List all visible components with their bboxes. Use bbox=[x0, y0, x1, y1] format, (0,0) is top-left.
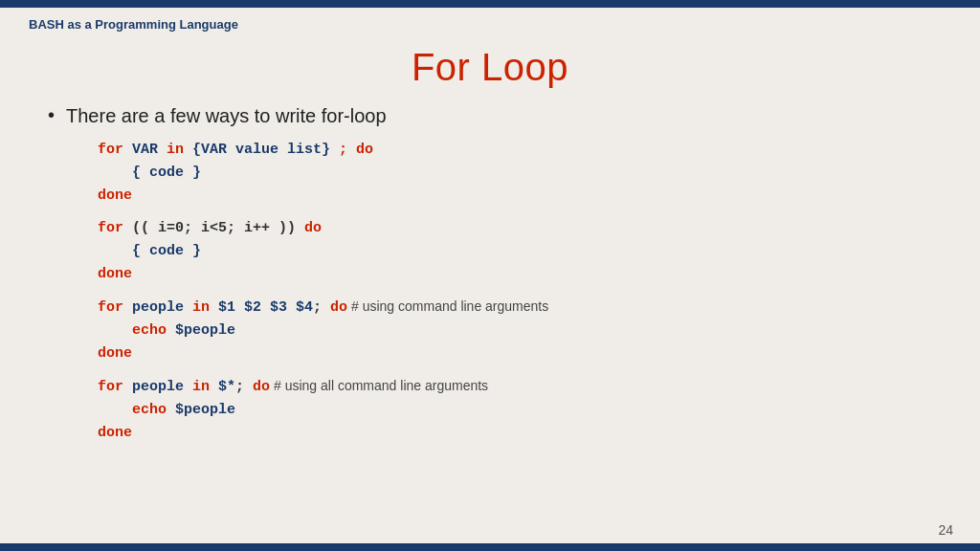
page-number: 24 bbox=[938, 522, 953, 538]
code-text: ; bbox=[313, 299, 330, 316]
code-block-4: for people in $*; do # using all command… bbox=[98, 375, 932, 445]
keyword: in bbox=[192, 299, 218, 316]
code-line: { code } bbox=[98, 162, 932, 185]
code-line: for people in $1 $2 $3 $4; do # using co… bbox=[98, 296, 932, 320]
code-line: echo $people bbox=[98, 320, 932, 342]
slide-title: For Loop bbox=[0, 46, 980, 89]
code-line: for people in $*; do # using all command… bbox=[98, 375, 932, 399]
keyword: for bbox=[98, 379, 132, 395]
keyword: done bbox=[98, 187, 132, 204]
keyword: done bbox=[98, 266, 132, 282]
keyword: for bbox=[98, 142, 132, 158]
code-line: for (( i=0; i<5; i++ )) do bbox=[98, 217, 932, 240]
code-text: ; bbox=[235, 379, 253, 395]
bullet-symbol: • bbox=[48, 104, 55, 126]
code-line: echo $people bbox=[98, 399, 932, 422]
variable: people bbox=[132, 299, 192, 316]
code-text: (( i=0; i<5; i++ )) bbox=[132, 220, 304, 236]
variable: { code } bbox=[98, 243, 201, 259]
keyword: echo bbox=[98, 402, 175, 418]
code-section-1: for VAR in {VAR value list} ; do { code … bbox=[48, 139, 932, 208]
keyword: done bbox=[98, 425, 132, 441]
code-block-2: for (( i=0; i<5; i++ )) do { code } done bbox=[98, 217, 932, 286]
code-section-3: for people in $1 $2 $3 $4; do # using co… bbox=[48, 296, 932, 365]
keyword: for bbox=[98, 299, 132, 316]
variable: $people bbox=[175, 322, 235, 339]
top-bar bbox=[0, 0, 980, 8]
code-line: { code } bbox=[98, 240, 932, 263]
keyword: ; do bbox=[339, 142, 373, 158]
variable: $1 $2 $3 $4 bbox=[218, 299, 313, 316]
code-line: done bbox=[98, 422, 932, 445]
code-block-1: for VAR in {VAR value list} ; do { code … bbox=[98, 139, 932, 208]
bullet-item: • There are a few ways to write for-loop bbox=[48, 102, 932, 129]
variable: { code } bbox=[98, 165, 201, 181]
code-section-4: for people in $*; do # using all command… bbox=[48, 375, 932, 445]
variable: $people bbox=[175, 402, 235, 418]
keyword: do bbox=[253, 379, 270, 395]
code-block-3: for people in $1 $2 $3 $4; do # using co… bbox=[98, 296, 932, 365]
keyword: echo bbox=[98, 322, 175, 339]
code-line: done bbox=[98, 342, 932, 365]
comment-text: # using command line arguments bbox=[347, 298, 548, 314]
keyword: in bbox=[167, 142, 192, 158]
content-area: • There are a few ways to write for-loop… bbox=[0, 102, 980, 445]
code-line: for VAR in {VAR value list} ; do bbox=[98, 139, 932, 162]
bullet-text: There are a few ways to write for-loop bbox=[66, 102, 387, 129]
code-line: done bbox=[98, 185, 932, 208]
variable: people bbox=[132, 379, 192, 395]
keyword: in bbox=[192, 379, 218, 395]
keyword: for bbox=[98, 220, 132, 236]
variable: {VAR value list} bbox=[192, 142, 339, 158]
variable: VAR bbox=[132, 142, 167, 158]
header-label: BASH as a Programming Language bbox=[29, 17, 238, 32]
code-section-2: for (( i=0; i<5; i++ )) do { code } done bbox=[48, 217, 932, 286]
keyword: done bbox=[98, 345, 132, 362]
bottom-bar bbox=[0, 543, 980, 551]
comment-text: # using all command line arguments bbox=[270, 378, 488, 393]
slide: BASH as a Programming Language For Loop … bbox=[0, 0, 980, 551]
variable: $* bbox=[218, 379, 235, 395]
code-line: done bbox=[98, 263, 932, 286]
keyword: do bbox=[330, 299, 347, 316]
keyword: do bbox=[304, 220, 322, 236]
